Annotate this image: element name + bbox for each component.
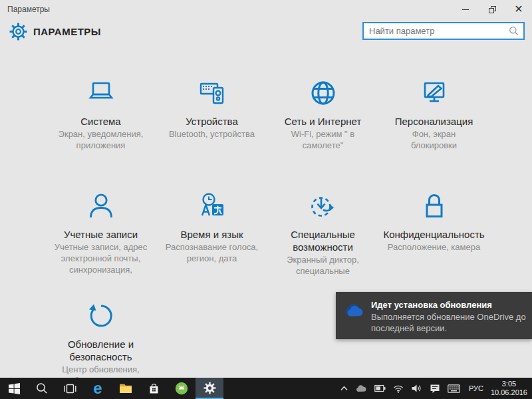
minimize-icon [462, 9, 469, 10]
tile-subtitle: Расположение, камера [384, 241, 484, 253]
search-icon[interactable] [509, 26, 519, 36]
settings-gear-icon [9, 23, 27, 43]
tile-network[interactable]: Сеть и Интернет Wi-Fi, режим " в самолет… [267, 74, 378, 151]
close-icon: ✕ [514, 4, 523, 15]
green-app-icon [175, 382, 188, 395]
clock-date: 10.06.2016 [491, 388, 527, 397]
language-label: РУС [469, 384, 483, 392]
settings-app-button[interactable] [196, 378, 223, 399]
task-view-icon [64, 384, 76, 394]
tray-wifi-button[interactable] [390, 378, 408, 399]
windows-logo-icon [9, 383, 20, 394]
tile-update-security[interactable]: Обновление и безопасность Центр обновлен… [45, 297, 156, 386]
privacy-lock-icon [378, 188, 489, 225]
tile-time-language[interactable]: Время и язык Распознавание голоса, регио… [156, 188, 267, 277]
personalization-icon [378, 74, 489, 112]
tile-subtitle: Экранный диктор, специальные [273, 254, 373, 277]
edge-icon: e [93, 380, 102, 396]
tile-title: Обновление и безопасность [45, 338, 156, 363]
store-icon [148, 383, 160, 394]
taskbar: e [0, 378, 532, 399]
devices-icon [156, 74, 267, 112]
tile-title: Учетные записи [45, 228, 156, 241]
tile-devices[interactable]: Устройства Bluetooth, устройства [156, 74, 267, 151]
tile-subtitle: Wi-Fi, режим " в самолете" [273, 128, 373, 151]
toast-body: Выполняется обновление OneDrive до после… [371, 311, 527, 334]
toast-notification[interactable]: Идет установка обновления Выполняется об… [336, 292, 532, 339]
tile-accounts[interactable]: Учетные записи Учетные записи, адрес эле… [45, 188, 156, 277]
tray-onedrive-button[interactable] [352, 378, 370, 399]
language-indicator[interactable]: РУС [464, 378, 488, 399]
toast-title: Идет установка обновления [371, 299, 527, 311]
minimize-button[interactable] [452, 0, 479, 19]
tile-title: Устройства [156, 115, 267, 128]
titlebar: Параметры ✕ [0, 0, 532, 19]
file-explorer-icon [119, 383, 132, 394]
chevron-up-icon [340, 385, 348, 392]
tile-title: Персонализация [378, 115, 489, 128]
network-globe-icon [267, 74, 378, 112]
tile-title: Специальные возможности [267, 228, 378, 253]
wifi-icon [393, 384, 404, 393]
update-security-icon [45, 297, 156, 334]
search-icon [36, 382, 48, 394]
task-view-button[interactable] [56, 378, 84, 399]
tile-title: Время и язык [156, 228, 267, 241]
tile-subtitle: Распознавание голоса, регион, дата [162, 241, 262, 264]
tile-system[interactable]: Система Экран, уведомления, приложения [45, 74, 156, 151]
taskbar-empty-area [223, 378, 336, 399]
tile-personalization[interactable]: Персонализация Фон, экран блокировки [378, 74, 489, 151]
tile-subtitle: Фон, экран блокировки [404, 128, 465, 151]
clock-button[interactable]: 3:05 10.06.2016 [488, 378, 532, 399]
tile-ease-of-access[interactable]: Специальные возможности Экранный диктор,… [267, 188, 378, 277]
keyboard-icon [448, 384, 460, 393]
onedrive-tray-icon [356, 384, 367, 392]
tile-subtitle: Учетные записи, адрес электронной почты,… [51, 241, 151, 275]
tray-action-center-button[interactable] [426, 378, 444, 399]
battery-icon [374, 384, 386, 392]
tile-privacy[interactable]: Конфиденциальность Расположение, камера [378, 188, 489, 277]
green-app-button[interactable] [168, 378, 196, 399]
taskbar-search-button[interactable] [28, 378, 56, 399]
page-title: ПАРАМЕТРЫ [33, 26, 101, 37]
store-button[interactable] [140, 378, 168, 399]
action-center-icon [430, 384, 440, 394]
system-laptop-icon [45, 74, 156, 112]
window-title: Параметры [0, 5, 452, 14]
time-language-icon [156, 188, 267, 225]
edge-button[interactable]: e [84, 378, 112, 399]
file-explorer-button[interactable] [112, 378, 140, 399]
tile-title: Конфиденциальность [378, 228, 489, 241]
tray-keyboard-button[interactable] [444, 378, 464, 399]
tile-title: Сеть и Интернет [267, 115, 378, 128]
tile-subtitle: Bluetooth, устройства [162, 128, 262, 140]
ease-of-access-icon [267, 188, 378, 225]
tile-subtitle: Экран, уведомления, приложения [51, 128, 151, 151]
search-box[interactable] [362, 22, 525, 40]
search-input[interactable] [364, 26, 509, 36]
tile-title: Система [45, 115, 156, 128]
restore-icon [489, 6, 496, 13]
gear-icon [203, 382, 216, 394]
clock-time: 3:05 [491, 380, 527, 388]
start-button[interactable] [0, 378, 28, 399]
tray-volume-button[interactable] [408, 378, 426, 399]
tray-chevron-button[interactable] [336, 378, 352, 399]
onedrive-cloud-icon [344, 303, 364, 320]
volume-icon [411, 384, 422, 393]
accounts-person-icon [45, 188, 156, 225]
close-button[interactable]: ✕ [505, 0, 532, 19]
tray-battery-button[interactable] [370, 378, 390, 399]
restore-button[interactable] [479, 0, 505, 19]
